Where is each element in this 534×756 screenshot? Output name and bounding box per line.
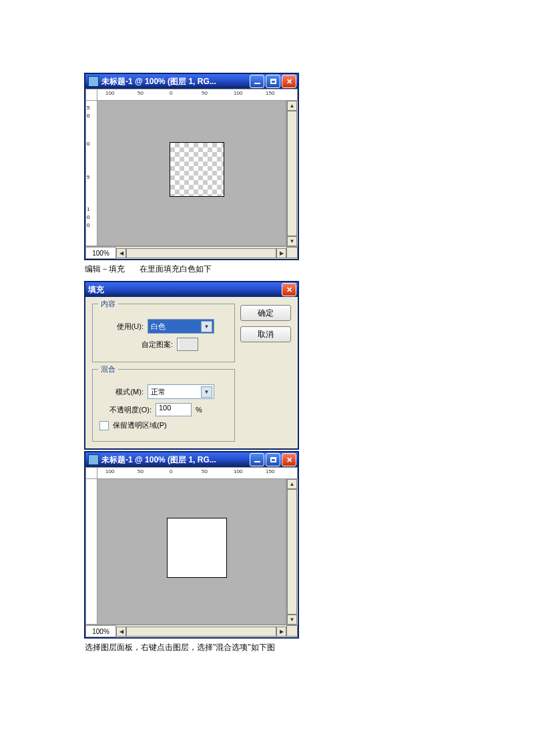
zoom-field[interactable]: 100% (85, 625, 116, 637)
ruler-origin[interactable] (85, 467, 97, 479)
chevron-down-icon[interactable]: ▼ (201, 386, 212, 398)
scroll-thumb-v[interactable] (287, 489, 297, 615)
group-legend: 内容 (98, 299, 118, 309)
scroll-left-button[interactable]: ◀ (116, 627, 126, 637)
scroll-left-button[interactable]: ◀ (116, 248, 126, 258)
scroll-right-button[interactable]: ▶ (276, 627, 286, 637)
window-title: 未标题-1 @ 100% (图层 1, RG... (101, 76, 250, 87)
mode-label: 模式(M): (99, 387, 144, 397)
maximize-button[interactable] (266, 75, 280, 88)
canvas-area[interactable] (97, 101, 286, 246)
zoom-field[interactable]: 100% (85, 247, 116, 259)
chevron-down-icon[interactable]: ▼ (201, 321, 212, 332)
preserve-label: 保留透明区域(P) (113, 420, 167, 430)
blend-group: 混合 模式(M): 正常 ▼ 不透明度(O): 100 % (92, 369, 235, 442)
ruler-horizontal[interactable]: 100 50 0 50 100 150 (97, 467, 298, 479)
canvas-window-1: 未标题-1 @ 100% (图层 1, RG... ✕ 100 50 0 50 … (85, 73, 298, 260)
ruler-vertical[interactable]: 5 0 0 5 1 0 0 (85, 101, 97, 246)
scrollbar-vertical[interactable]: ▲ ▼ (286, 101, 298, 246)
close-button[interactable]: ✕ (282, 283, 296, 296)
opacity-input[interactable]: 100 (156, 403, 192, 416)
resize-grip[interactable] (286, 625, 298, 637)
scroll-up-button[interactable]: ▲ (287, 479, 297, 489)
caption-2: 选择图层面板，右键点击图层，选择"混合选项"如下图 (85, 642, 534, 653)
scrollbar-horizontal[interactable]: ◀ ▶ (116, 247, 286, 259)
pattern-label: 自定图案: (99, 340, 173, 350)
group-legend: 混合 (98, 364, 118, 374)
canvas-window-2: 未标题-1 @ 100% (图层 1, RG... ✕ 100 50 0 50 … (85, 452, 298, 638)
scroll-thumb-v[interactable] (287, 111, 297, 236)
app-icon (88, 454, 99, 465)
opacity-unit: % (196, 406, 202, 414)
dialog-title: 填充 (88, 284, 282, 296)
cancel-button[interactable]: 取消 (240, 326, 291, 342)
scroll-right-button[interactable]: ▶ (276, 248, 286, 258)
ruler-horizontal[interactable]: 100 50 0 50 100 150 (97, 89, 298, 101)
scroll-thumb-h[interactable] (126, 248, 276, 258)
ruler-vertical[interactable] (85, 479, 97, 625)
resize-grip[interactable] (286, 247, 298, 258)
pattern-swatch (177, 338, 198, 351)
content-group: 内容 使用(U): 白色 ▼ 自定图案: (92, 304, 235, 362)
titlebar[interactable]: 填充 ✕ (85, 282, 298, 297)
mode-value: 正常 (151, 387, 166, 397)
scrollbar-horizontal[interactable]: ◀ ▶ (116, 625, 286, 637)
app-icon (88, 76, 99, 87)
minimize-button[interactable] (250, 75, 264, 88)
close-button[interactable]: ✕ (282, 75, 296, 88)
scroll-thumb-h[interactable] (126, 627, 276, 637)
titlebar[interactable]: 未标题-1 @ 100% (图层 1, RG... ✕ (85, 452, 298, 467)
scroll-down-button[interactable]: ▼ (287, 236, 297, 246)
mode-select[interactable]: 正常 ▼ (148, 384, 214, 399)
use-select[interactable]: 白色 ▼ (148, 319, 214, 334)
caption-1: 编辑－填充在里面填充白色如下 (85, 264, 534, 275)
use-value: 白色 (151, 322, 166, 332)
filled-canvas[interactable] (167, 518, 227, 578)
opacity-label: 不透明度(O): (99, 405, 152, 415)
transparent-canvas[interactable] (170, 142, 224, 197)
scrollbar-vertical[interactable]: ▲ ▼ (286, 479, 298, 625)
ruler-origin[interactable] (85, 89, 97, 101)
fill-dialog: 填充 ✕ 内容 使用(U): 白色 ▼ (85, 282, 298, 449)
scroll-up-button[interactable]: ▲ (287, 101, 297, 111)
close-button[interactable]: ✕ (282, 453, 296, 466)
titlebar[interactable]: 未标题-1 @ 100% (图层 1, RG... ✕ (85, 74, 298, 89)
ok-button[interactable]: 确定 (240, 305, 291, 321)
canvas-area[interactable] (97, 479, 286, 625)
window-title: 未标题-1 @ 100% (图层 1, RG... (101, 454, 250, 466)
maximize-button[interactable] (266, 453, 280, 466)
scroll-down-button[interactable]: ▼ (287, 615, 297, 625)
preserve-checkbox[interactable] (99, 421, 109, 430)
minimize-button[interactable] (250, 453, 264, 466)
use-label: 使用(U): (99, 322, 144, 332)
